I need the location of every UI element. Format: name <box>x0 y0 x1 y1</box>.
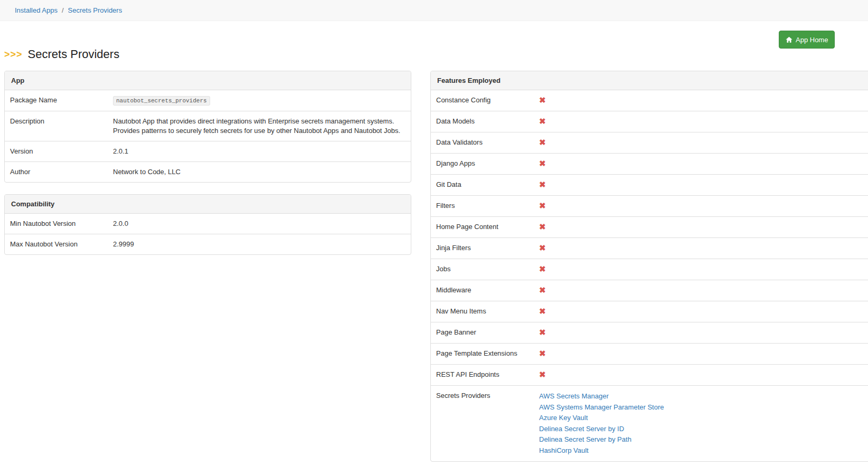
link-aws-secrets-manager[interactable]: AWS Secrets Manager <box>539 391 868 402</box>
red-x-icon: ✖ <box>539 96 546 104</box>
compatibility-panel: Compatibility Min Nautobot Version 2.0.0… <box>4 194 411 255</box>
table-row: Jobs ✖ <box>431 259 868 280</box>
red-x-icon: ✖ <box>539 180 546 189</box>
author-value: Network to Code, LLC <box>108 162 411 182</box>
home-icon <box>786 36 792 43</box>
feature-label: Filters <box>431 196 534 216</box>
breadcrumb: Installed Apps / Secrets Providers <box>0 0 868 21</box>
table-row: Secrets Providers AWS Secrets Manager AW… <box>431 385 868 461</box>
version-value: 2.0.1 <box>108 141 411 161</box>
red-x-icon: ✖ <box>539 117 546 126</box>
table-row: Jinja Filters ✖ <box>431 237 868 259</box>
red-x-icon: ✖ <box>539 349 546 358</box>
app-panel: App Package Name nautobot_secrets_provid… <box>4 71 411 183</box>
app-panel-title: App <box>5 71 411 90</box>
page-title: >>> Secrets Providers <box>4 47 119 61</box>
red-x-icon: ✖ <box>539 243 546 252</box>
breadcrumb-link-secrets-providers[interactable]: Secrets Providers <box>68 6 122 14</box>
red-x-icon: ✖ <box>539 264 546 273</box>
table-row: Description Nautobot App that provides d… <box>5 111 411 141</box>
table-row: Max Nautobot Version 2.9999 <box>5 234 411 254</box>
max-version-value: 2.9999 <box>108 234 411 254</box>
red-x-icon: ✖ <box>539 159 546 168</box>
min-version-value: 2.0.0 <box>108 214 411 234</box>
link-delinea-secret-server-by-id[interactable]: Delinea Secret Server by ID <box>539 424 868 435</box>
features-panel: Features Employed Constance Config ✖ Dat… <box>430 71 868 462</box>
table-row: Nav Menu Items ✖ <box>431 301 868 322</box>
breadcrumb-link-installed-apps[interactable]: Installed Apps <box>15 6 58 14</box>
link-hashicorp-vault[interactable]: HashiCorp Vault <box>539 445 868 456</box>
feature-label: Jinja Filters <box>431 238 534 259</box>
red-x-icon: ✖ <box>539 201 546 210</box>
table-row: Author Network to Code, LLC <box>5 161 411 182</box>
table-row: REST API Endpoints ✖ <box>431 364 868 385</box>
table-row: Data Validators ✖ <box>431 132 868 153</box>
red-x-icon: ✖ <box>539 328 546 337</box>
table-row: Home Page Content ✖ <box>431 216 868 237</box>
table-row: Page Banner ✖ <box>431 322 868 343</box>
features-panel-title: Features Employed <box>431 71 868 90</box>
secrets-providers-links: AWS Secrets Manager AWS Systems Manager … <box>534 386 868 461</box>
row-label: Version <box>5 141 108 161</box>
red-x-icon: ✖ <box>539 307 546 316</box>
page-title-text: Secrets Providers <box>28 47 120 61</box>
link-delinea-secret-server-by-path[interactable]: Delinea Secret Server by Path <box>539 434 868 445</box>
table-row: Version 2.0.1 <box>5 141 411 161</box>
link-azure-key-vault[interactable]: Azure Key Vault <box>539 413 868 424</box>
table-row: Data Models ✖ <box>431 111 868 132</box>
link-aws-systems-manager-parameter-store[interactable]: AWS Systems Manager Parameter Store <box>539 402 868 413</box>
feature-label: Home Page Content <box>431 217 534 237</box>
feature-label: Git Data <box>431 175 534 195</box>
breadcrumb-separator: / <box>62 6 64 14</box>
table-row: Min Nautobot Version 2.0.0 <box>5 214 411 234</box>
row-label: Description <box>5 111 108 141</box>
feature-label: Secrets Providers <box>431 386 534 461</box>
red-x-icon: ✖ <box>539 370 546 379</box>
description-value: Nautobot App that provides direct integr… <box>108 111 411 141</box>
feature-label: Data Validators <box>431 132 534 153</box>
feature-label: Page Template Extensions <box>431 344 534 364</box>
table-row: Filters ✖ <box>431 195 868 216</box>
feature-label: Jobs <box>431 259 534 280</box>
feature-label: REST API Endpoints <box>431 365 534 385</box>
package-name-value: nautobot_secrets_providers <box>113 96 210 106</box>
table-row: Git Data ✖ <box>431 174 868 195</box>
right-column: Features Employed Constance Config ✖ Dat… <box>430 71 868 473</box>
table-row: Page Template Extensions ✖ <box>431 343 868 364</box>
left-column: App Package Name nautobot_secrets_provid… <box>4 71 411 266</box>
feature-label: Data Models <box>431 111 534 132</box>
row-label: Package Name <box>5 90 108 111</box>
table-row: Middleware ✖ <box>431 280 868 301</box>
row-label: Author <box>5 162 108 182</box>
red-x-icon: ✖ <box>539 138 546 147</box>
red-x-icon: ✖ <box>539 285 546 294</box>
feature-label: Nav Menu Items <box>431 301 534 322</box>
feature-label: Page Banner <box>431 322 534 343</box>
table-row: Constance Config ✖ <box>431 90 868 111</box>
table-row: Package Name nautobot_secrets_providers <box>5 90 411 111</box>
row-label: Min Nautobot Version <box>5 214 108 234</box>
row-label: Max Nautobot Version <box>5 234 108 254</box>
title-prefix-icon: >>> <box>4 49 23 60</box>
app-home-button[interactable]: App Home <box>779 31 835 49</box>
feature-label: Django Apps <box>431 154 534 174</box>
table-row: Django Apps ✖ <box>431 153 868 174</box>
feature-label: Constance Config <box>431 90 534 111</box>
feature-label: Middleware <box>431 280 534 301</box>
compatibility-panel-title: Compatibility <box>5 195 411 214</box>
red-x-icon: ✖ <box>539 222 546 231</box>
app-home-label: App Home <box>796 36 828 44</box>
